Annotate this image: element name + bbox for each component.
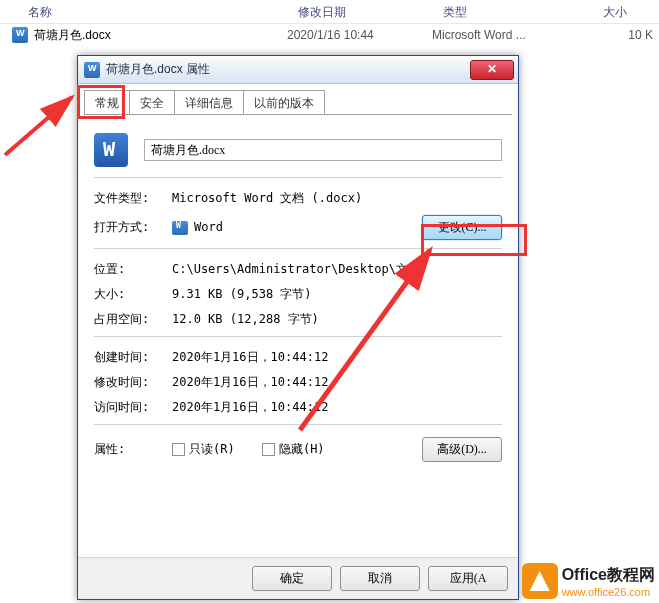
separator bbox=[94, 177, 502, 178]
tab-previous-versions[interactable]: 以前的版本 bbox=[243, 90, 325, 114]
modified-value: 2020年1月16日，10:44:12 bbox=[172, 374, 502, 391]
file-type: Microsoft Word ... bbox=[432, 28, 592, 42]
file-size: 10 K bbox=[592, 28, 659, 42]
openwith-value: Word bbox=[172, 220, 422, 235]
accessed-value: 2020年1月16日，10:44:12 bbox=[172, 399, 502, 416]
tab-content: 文件类型: Microsoft Word 文档 (.docx) 打开方式: Wo… bbox=[78, 115, 518, 476]
dialog-button-bar: 确定 取消 应用(A bbox=[78, 557, 518, 599]
apply-button[interactable]: 应用(A bbox=[428, 566, 508, 591]
svg-line-0 bbox=[5, 97, 72, 155]
size-label: 大小: bbox=[94, 286, 172, 303]
properties-dialog: 荷塘月色.docx 属性 ✕ 常规 安全 详细信息 以前的版本 文件类型: Mi… bbox=[77, 55, 519, 600]
watermark-icon bbox=[522, 563, 558, 599]
tab-details[interactable]: 详细信息 bbox=[174, 90, 244, 114]
watermark-title: Office教程网 bbox=[562, 565, 655, 586]
size-value: 9.31 KB (9,538 字节) bbox=[172, 286, 502, 303]
separator bbox=[94, 336, 502, 337]
watermark-url: www.office26.com bbox=[562, 586, 655, 598]
hidden-checkbox[interactable]: 隐藏(H) bbox=[262, 441, 325, 458]
word-icon bbox=[84, 62, 100, 78]
filename-input[interactable] bbox=[144, 139, 502, 161]
openwith-label: 打开方式: bbox=[94, 219, 172, 236]
separator bbox=[94, 248, 502, 249]
disksize-value: 12.0 KB (12,288 字节) bbox=[172, 311, 502, 328]
col-name[interactable]: 名称 bbox=[0, 0, 290, 23]
word-file-icon bbox=[12, 27, 28, 43]
tab-security[interactable]: 安全 bbox=[129, 90, 175, 114]
accessed-label: 访问时间: bbox=[94, 399, 172, 416]
advanced-button[interactable]: 高级(D)... bbox=[422, 437, 502, 462]
filetype-value: Microsoft Word 文档 (.docx) bbox=[172, 190, 502, 207]
modified-label: 修改时间: bbox=[94, 374, 172, 391]
tab-general[interactable]: 常规 bbox=[84, 90, 130, 114]
explorer-column-header: 名称 修改日期 类型 大小 bbox=[0, 0, 659, 24]
location-label: 位置: bbox=[94, 261, 172, 278]
filetype-label: 文件类型: bbox=[94, 190, 172, 207]
separator bbox=[94, 424, 502, 425]
col-date[interactable]: 修改日期 bbox=[290, 0, 435, 23]
watermark: Office教程网 www.office26.com bbox=[522, 563, 655, 599]
file-row[interactable]: 荷塘月色.docx 2020/1/16 10:44 Microsoft Word… bbox=[0, 24, 659, 46]
dialog-title: 荷塘月色.docx 属性 bbox=[106, 61, 470, 78]
col-type[interactable]: 类型 bbox=[435, 0, 595, 23]
tab-strip: 常规 安全 详细信息 以前的版本 bbox=[84, 90, 518, 114]
file-name: 荷塘月色.docx bbox=[34, 27, 287, 44]
readonly-checkbox[interactable]: 只读(R) bbox=[172, 441, 235, 458]
title-bar[interactable]: 荷塘月色.docx 属性 ✕ bbox=[78, 56, 518, 84]
location-value: C:\Users\Administrator\Desktop\文章 bbox=[172, 261, 502, 278]
col-size[interactable]: 大小 bbox=[595, 0, 659, 23]
attributes-label: 属性: bbox=[94, 441, 172, 458]
ok-button[interactable]: 确定 bbox=[252, 566, 332, 591]
created-value: 2020年1月16日，10:44:12 bbox=[172, 349, 502, 366]
small-word-icon bbox=[172, 221, 188, 235]
created-label: 创建时间: bbox=[94, 349, 172, 366]
close-button[interactable]: ✕ bbox=[470, 60, 514, 80]
change-button[interactable]: 更改(C)... bbox=[422, 215, 502, 240]
disksize-label: 占用空间: bbox=[94, 311, 172, 328]
cancel-button[interactable]: 取消 bbox=[340, 566, 420, 591]
big-word-icon bbox=[94, 133, 128, 167]
file-date: 2020/1/16 10:44 bbox=[287, 28, 432, 42]
